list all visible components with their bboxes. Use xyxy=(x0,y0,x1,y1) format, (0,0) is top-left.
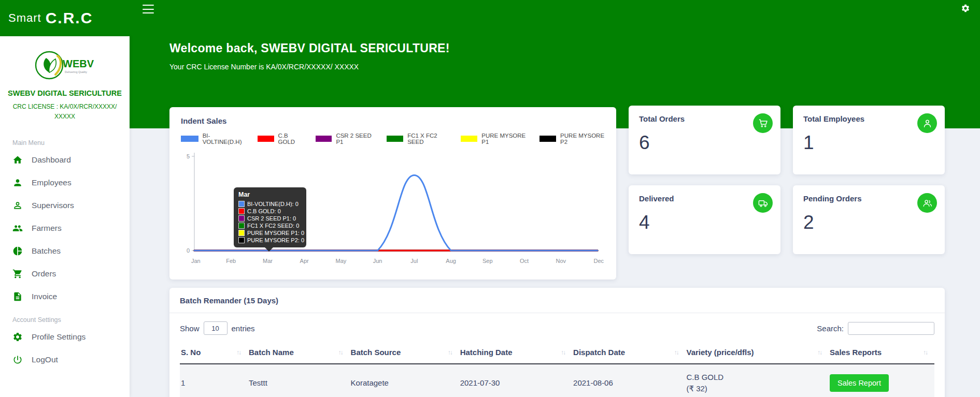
legend-label: FC1 X FC2 SEED xyxy=(407,133,447,145)
column-header-dispatch-date[interactable]: Dispatch Date↑↓ xyxy=(572,342,685,364)
legend-item[interactable]: C.B GOLD xyxy=(258,133,302,145)
sidebar-item-profile-settings[interactable]: Profile Settings xyxy=(0,326,130,348)
tooltip-label: BI-VOLTINE(D.H): 0 xyxy=(247,201,299,207)
cell-variety: C.B GOLD (₹ 32) xyxy=(685,364,829,397)
tooltip-swatch xyxy=(238,223,245,229)
svg-text:Jun: Jun xyxy=(373,258,382,264)
table-controls: Show 10 entries Search: xyxy=(169,313,945,335)
sidebar-item-farmers[interactable]: Farmers xyxy=(0,217,130,240)
batch-remander-card: Batch Remander (15 Days) Show 10 entries… xyxy=(169,288,945,397)
tooltip-entry: PURE MYSORE P1: 0 xyxy=(238,230,302,236)
legend-swatch xyxy=(181,136,198,142)
legend-swatch xyxy=(539,136,556,142)
sidebar: WEBV Delivering Quality SWEBV DIGITAL SE… xyxy=(0,36,130,397)
svg-text:Jan: Jan xyxy=(191,258,201,264)
legend-item[interactable]: CSR 2 SEED P1 xyxy=(316,133,374,145)
tooltip-label: PURE MYSORE P1: 0 xyxy=(247,230,304,236)
svg-text:Mar: Mar xyxy=(263,258,273,264)
sidebar-item-supervisors[interactable]: Supervisors xyxy=(0,194,130,217)
sort-icon: ↑↓ xyxy=(923,349,927,356)
legend-item[interactable]: PURE MYSORE P1 xyxy=(461,133,526,145)
sidebar-company-name: SWEBV DIGITAL SERICULTURE xyxy=(0,89,130,97)
legend-swatch xyxy=(387,136,403,142)
entries-select[interactable]: 10 xyxy=(204,321,228,335)
invoice-icon xyxy=(12,291,23,302)
sidebar-item-dashboard[interactable]: Dashboard xyxy=(0,149,130,171)
company-logo: WEBV Delivering Quality xyxy=(0,49,130,82)
cell-batch-source: Koratagete xyxy=(350,364,459,397)
tooltip-label: C.B GOLD: 0 xyxy=(247,208,281,214)
column-header-batch-source[interactable]: Batch Source↑↓ xyxy=(350,342,459,364)
legend-item[interactable]: BI-VOLTINE(D.H) xyxy=(181,133,244,145)
tooltip-entry: C.B GOLD: 0 xyxy=(238,208,302,214)
legend-item[interactable]: FC1 X FC2 SEED xyxy=(387,133,447,145)
sidebar-section-main-menu: Main Menu xyxy=(12,139,130,146)
cell-sno: 1 xyxy=(180,364,248,397)
gear-icon xyxy=(12,332,23,342)
indent-sales-card: Indent Sales BI-VOLTINE(D.H)C.B GOLDCSR … xyxy=(169,107,616,280)
truck-icon xyxy=(753,193,773,213)
column-header-hatching-date[interactable]: Hatching Date↑↓ xyxy=(459,342,572,364)
search-input[interactable] xyxy=(848,322,934,335)
stat-card-total-orders: Total Orders 6 xyxy=(629,106,780,174)
sort-icon: ↑↓ xyxy=(338,349,343,356)
stat-label: Pending Orders xyxy=(803,194,936,203)
cell-sales-report: Sales Report xyxy=(829,364,934,397)
cell-batch-name: Testtt xyxy=(248,364,350,397)
brand-smart: Smart xyxy=(8,11,41,25)
svg-text:0: 0 xyxy=(187,247,190,254)
show-entries: Show 10 entries xyxy=(180,321,255,335)
svg-text:Apr: Apr xyxy=(300,258,309,264)
person-icon xyxy=(917,113,937,133)
tooltip-swatch xyxy=(238,215,245,222)
legend-item[interactable]: PURE MYSORE P2 xyxy=(539,133,605,145)
legend-swatch xyxy=(316,136,332,142)
svg-text:Oct: Oct xyxy=(520,258,529,264)
cell-hatching-date: 2021-07-30 xyxy=(459,364,572,397)
hamburger-menu-icon[interactable] xyxy=(143,5,154,13)
stat-label: Delivered xyxy=(639,194,772,203)
sort-icon: ↑↓ xyxy=(561,349,565,356)
legend-label: CSR 2 SEED P1 xyxy=(336,133,373,145)
svg-text:Nov: Nov xyxy=(556,258,566,264)
tooltip-swatch xyxy=(238,230,245,236)
stat-value: 2 xyxy=(803,212,936,233)
sidebar-item-logout[interactable]: LogOut xyxy=(0,348,130,371)
logo-text: WEBV xyxy=(63,58,94,69)
sidebar-item-orders[interactable]: Orders xyxy=(0,262,130,285)
sidebar-license: CRC LICENSE : KA/0X/RCR/XXXXX/ XXXXX xyxy=(0,102,130,122)
tooltip-label: PURE MYSORE P2: 0 xyxy=(247,237,304,243)
table-header-row: S. No↑↓ Batch Name↑↓ Batch Source↑↓ Hatc… xyxy=(180,342,934,364)
batch-table: S. No↑↓ Batch Name↑↓ Batch Source↑↓ Hatc… xyxy=(180,342,934,397)
tooltip-label: FC1 X FC2 SEED: 0 xyxy=(247,223,299,229)
sort-icon: ↑↓ xyxy=(448,349,452,356)
svg-text:Jul: Jul xyxy=(410,258,418,264)
sort-icon: ↑↓ xyxy=(674,349,678,356)
brand-crc: C.R.C xyxy=(46,9,93,27)
sidebar-item-employees[interactable]: Employees xyxy=(0,171,130,194)
sidebar-item-batches[interactable]: Batches xyxy=(0,240,130,262)
column-header-sno[interactable]: S. No↑↓ xyxy=(180,342,248,364)
person-icon xyxy=(12,178,23,188)
legend-swatch xyxy=(258,136,274,142)
welcome-title: Welcome back, SWEBV DIGITAL SERICULTURE! xyxy=(169,41,450,55)
svg-text:Feb: Feb xyxy=(226,258,236,264)
welcome-block: Welcome back, SWEBV DIGITAL SERICULTURE!… xyxy=(169,41,450,71)
power-icon xyxy=(12,355,23,365)
people-icon xyxy=(12,223,23,233)
column-header-batch-name[interactable]: Batch Name↑↓ xyxy=(248,342,350,364)
search-label: Search: xyxy=(817,324,844,333)
sales-report-button[interactable]: Sales Report xyxy=(830,374,889,392)
stat-card-pending-orders: Pending Orders 2 xyxy=(793,185,945,254)
column-header-variety[interactable]: Variety (price/dfls)↑↓ xyxy=(685,342,829,364)
legend-label: BI-VOLTINE(D.H) xyxy=(203,133,244,145)
sidebar-item-invoice[interactable]: Invoice xyxy=(0,285,130,308)
app-brand: Smart C.R.C xyxy=(0,0,130,36)
svg-text:5: 5 xyxy=(187,153,190,159)
legend-label: C.B GOLD xyxy=(278,133,302,145)
search-box: Search: xyxy=(817,322,934,335)
tooltip-swatch xyxy=(238,201,245,207)
column-header-sales-reports[interactable]: Sales Reports↑↓ xyxy=(829,342,934,364)
settings-gear-icon[interactable] xyxy=(961,4,970,13)
tooltip-swatch xyxy=(238,208,245,214)
